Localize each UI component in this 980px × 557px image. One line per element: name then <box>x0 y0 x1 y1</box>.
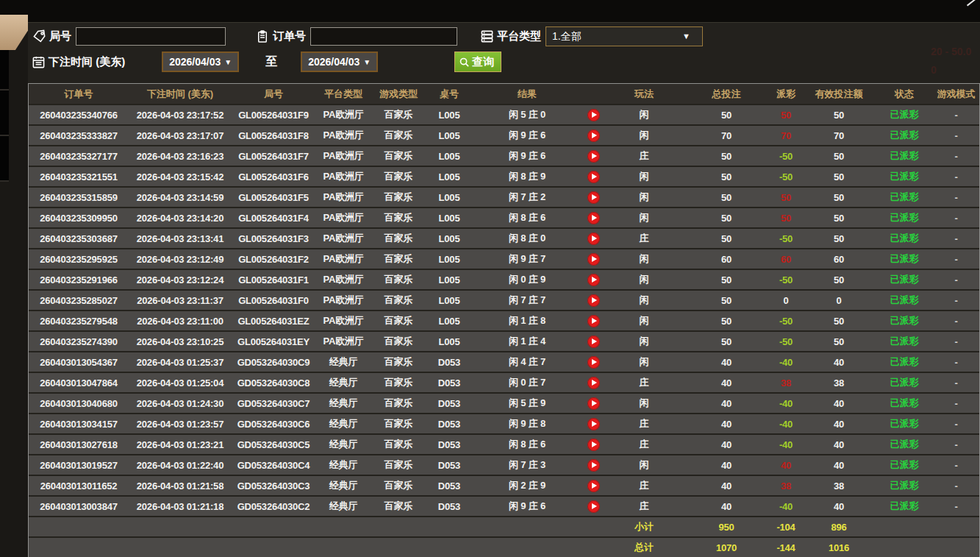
cell-play-type: 闲 <box>605 394 683 413</box>
cell-round-no: GD053264030C7 <box>232 394 315 413</box>
search-button[interactable]: 查询 <box>454 52 501 72</box>
cell-payout: -40 <box>770 435 802 454</box>
cell-platform-type: PA欧洲厅 <box>315 188 371 207</box>
cell-result: 闲 9 庄 6 <box>473 146 582 166</box>
date-to-picker[interactable]: 2026/04/03 ▼ <box>301 52 378 72</box>
cell-order-no: 260403013047864 <box>29 373 129 392</box>
cell-order-no: 260403235274390 <box>29 332 129 351</box>
cell-round-no: GD053264030C6 <box>232 414 315 433</box>
play-video-icon[interactable] <box>587 233 600 245</box>
main-panel: 20 - 50.0 0 局号 订单号 <box>28 23 980 557</box>
cell-table-no: L005 <box>426 249 473 269</box>
column-header: 有效投注额 <box>802 84 876 104</box>
cell-table-no: L005 <box>426 208 473 227</box>
cell-video <box>582 497 605 516</box>
empty-cell <box>29 517 129 536</box>
cell-video <box>582 249 605 269</box>
platform-list-icon <box>479 29 494 44</box>
empty-cell <box>232 517 315 536</box>
cell-round-no: GL005264031F3 <box>232 229 315 248</box>
play-video-icon[interactable] <box>587 356 600 369</box>
cell-game-type: 百家乐 <box>371 414 426 433</box>
cell-game-mode: - <box>933 229 979 248</box>
cell-table-no: D053 <box>426 414 473 433</box>
cell-round-no: GD053264030C4 <box>232 455 315 475</box>
platform-type-select[interactable]: 1.全部 ▼ <box>546 26 703 46</box>
cell-table-no: L005 <box>426 146 473 166</box>
cell-valid-bet: 50 <box>802 311 876 330</box>
play-video-icon[interactable] <box>587 212 600 224</box>
cell-video <box>582 332 605 351</box>
cell-bet-time: 2026-04-03 01:24:30 <box>129 394 232 413</box>
cell-game-mode: - <box>933 291 979 310</box>
column-header: 结果 <box>473 84 582 104</box>
cell-order-no: 260403235291966 <box>29 270 129 289</box>
play-video-icon[interactable] <box>587 171 600 183</box>
table-row: 2604030130478642026-04-03 01:25:04GD0532… <box>29 372 979 392</box>
cell-game-mode: - <box>933 352 979 372</box>
play-video-icon[interactable] <box>587 294 600 307</box>
cell-payout: -40 <box>770 394 802 413</box>
column-header: 派彩 <box>770 84 802 104</box>
play-video-icon[interactable] <box>587 500 600 513</box>
cell-result: 闲 4 庄 7 <box>473 352 582 372</box>
tag-icon <box>32 29 46 44</box>
cell-order-no: 260403235295925 <box>29 249 129 269</box>
cell-game-type: 百家乐 <box>371 146 426 166</box>
order-no-input[interactable] <box>310 27 457 46</box>
platform-type-value: 1.全部 <box>552 30 582 43</box>
empty-cell <box>876 538 933 557</box>
cell-bet-time: 2026-04-03 23:14:20 <box>129 208 232 227</box>
cell-result: 闲 0 庄 7 <box>473 373 582 392</box>
play-video-icon[interactable] <box>587 397 600 410</box>
calendar-icon <box>31 54 46 69</box>
cell-game-mode: - <box>933 188 979 207</box>
play-video-icon[interactable] <box>587 274 600 286</box>
cell-payout: 50 <box>770 188 802 207</box>
cell-valid-bet: 40 <box>802 435 876 454</box>
cell-valid-bet: 40 <box>802 394 876 413</box>
play-video-icon[interactable] <box>587 377 600 389</box>
cell-valid-bet: 50 <box>802 167 876 186</box>
table-row: 2604032352743902026-04-03 23:10:25GL0052… <box>29 330 979 351</box>
table-row: 2604032352795482026-04-03 23:11:00GL0052… <box>29 310 979 330</box>
column-header: 游戏模式 <box>933 84 979 104</box>
date-from-picker[interactable]: 2026/04/03 ▼ <box>162 52 239 72</box>
play-video-icon[interactable] <box>587 109 600 121</box>
cell-game-mode: - <box>933 414 979 433</box>
cell-valid-bet: 40 <box>802 352 876 372</box>
play-video-icon[interactable] <box>587 336 600 348</box>
cell-payout: 60 <box>770 249 802 269</box>
play-video-icon[interactable] <box>587 439 600 451</box>
column-header: 订单号 <box>29 84 129 104</box>
cell-status: 已派彩 <box>876 146 933 166</box>
cell-bet-time: 2026-04-03 01:21:18 <box>129 497 232 516</box>
cell-status: 已派彩 <box>876 394 933 413</box>
cell-play-type: 闲 <box>605 126 683 145</box>
cell-play-type: 庄 <box>605 476 683 495</box>
game-no-input[interactable] <box>76 27 226 46</box>
cell-status: 已派彩 <box>876 352 933 372</box>
cell-round-no: GD053264030C2 <box>232 497 315 516</box>
rail-blocks <box>0 45 9 182</box>
sum-valid-bet: 896 <box>802 517 876 536</box>
play-video-icon[interactable] <box>587 315 600 327</box>
play-video-icon[interactable] <box>587 480 600 492</box>
play-video-icon[interactable] <box>587 418 600 430</box>
cell-round-no: GL005264031F0 <box>232 291 315 310</box>
cell-payout: -50 <box>770 167 802 186</box>
play-video-icon[interactable] <box>587 253 600 266</box>
cell-video <box>582 311 605 330</box>
cell-game-mode: - <box>933 146 979 166</box>
play-video-icon[interactable] <box>587 150 600 163</box>
cell-platform-type: PA欧洲厅 <box>315 311 371 330</box>
play-video-icon[interactable] <box>587 459 600 472</box>
ghost-line: 20 - 50.0 <box>931 43 971 61</box>
play-video-icon[interactable] <box>587 191 600 204</box>
cell-platform-type: 经典厅 <box>315 394 371 413</box>
cell-game-mode: - <box>933 167 979 186</box>
cell-valid-bet: 0 <box>802 291 876 310</box>
play-video-icon[interactable] <box>587 130 600 142</box>
table-row: 2604030130195272026-04-03 01:22:40GD0532… <box>29 454 979 475</box>
cell-valid-bet: 50 <box>802 188 876 207</box>
